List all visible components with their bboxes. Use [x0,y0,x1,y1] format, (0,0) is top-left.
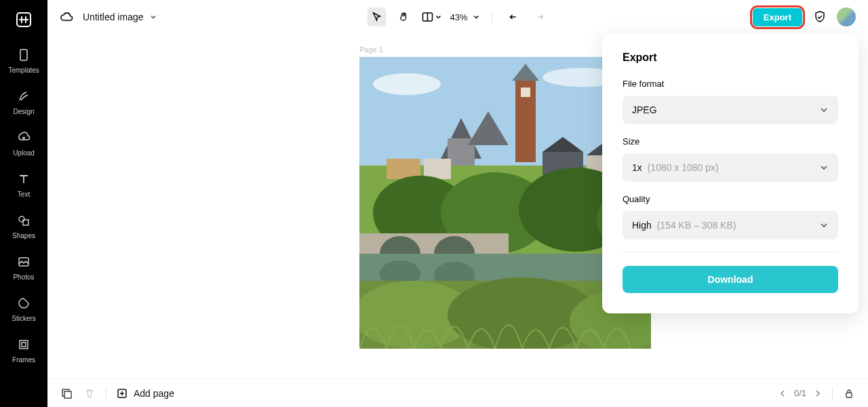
frames-icon [16,337,31,352]
export-highlight: Export [752,7,803,27]
svg-rect-6 [22,343,26,347]
svg-rect-20 [424,159,451,179]
page-pager: 0/1 [778,388,823,398]
add-page-button[interactable]: Add page [116,387,174,400]
chevron-down-icon [473,14,480,20]
separator [492,11,493,23]
svg-rect-1 [20,50,27,60]
zoom-value: 43% [450,12,467,22]
chevron-down-icon [819,163,829,172]
sidebar: Templates Design Upload Text Shapes Phot… [0,0,47,407]
delete-page-button[interactable] [83,387,96,400]
add-page-label: Add page [134,388,174,399]
quality-select[interactable]: High (154 KB – 308 KB) [623,211,838,239]
size-select[interactable]: 1x (1080 x 1080 px) [623,153,838,182]
pager-value: 0/1 [794,388,806,398]
chevron-down-icon [149,13,157,21]
sidebar-item-label: Templates [8,66,39,74]
sidebar-item-shapes[interactable]: Shapes [0,206,47,248]
sidebar-item-stickers[interactable]: Stickers [0,289,47,330]
sidebar-item-label: Shapes [12,232,35,239]
redo-button[interactable] [530,7,549,26]
export-button[interactable]: Export [753,8,802,26]
svg-point-2 [19,216,24,222]
upload-icon [16,130,31,145]
divider [623,252,838,252]
document-title-text: Untitled image [83,12,144,22]
svg-rect-5 [20,341,28,349]
select-tool[interactable] [367,7,386,26]
export-panel-title: Export [623,52,838,64]
size-value: 1x (1080 x 1080 px) [632,162,719,173]
topbar: Untitled image 43% Export [47,0,868,34]
quality-label: Quality [623,194,838,204]
photos-icon [16,254,31,269]
page-label: Page 1 [359,45,383,54]
templates-icon [16,47,31,62]
fileformat-select[interactable]: JPEG [623,96,838,124]
prev-page-button[interactable] [778,389,787,398]
stickers-icon [16,296,31,311]
sidebar-item-templates[interactable]: Templates [0,41,47,82]
shapes-icon [16,213,31,228]
sidebar-item-frames[interactable]: Frames [0,330,47,372]
topbar-right: Export [752,7,856,27]
bottombar: Add page 0/1 [47,379,868,407]
sidebar-item-text[interactable]: Text [0,165,47,206]
separator [832,387,833,400]
separator [106,387,106,400]
sidebar-item-label: Design [13,108,34,115]
svg-rect-38 [64,391,71,398]
canvas-tools: 43% [367,7,548,26]
zoom-level[interactable]: 43% [450,12,479,22]
fileformat-value: JPEG [632,104,657,115]
download-button[interactable]: Download [623,266,838,293]
sidebar-item-design[interactable]: Design [0,82,47,123]
hand-tool[interactable] [394,7,413,26]
chevron-down-icon [819,105,829,115]
sidebar-item-label: Stickers [12,315,36,322]
svg-rect-40 [846,393,852,398]
next-page-button[interactable] [813,389,823,398]
sidebar-item-photos[interactable]: Photos [0,248,47,289]
design-icon [16,89,31,104]
chevron-down-icon [819,220,829,230]
svg-point-11 [373,73,441,95]
shield-icon[interactable] [812,9,827,24]
undo-button[interactable] [505,7,524,26]
cloud-sync-icon[interactable] [60,10,73,24]
sidebar-item-label: Frames [12,356,35,364]
pages-panel-button[interactable] [60,387,73,400]
app-logo[interactable] [12,8,35,31]
sidebar-item-label: Photos [13,273,34,281]
fileformat-label: File format [623,79,838,89]
sidebar-item-label: Upload [13,149,35,157]
document-title[interactable]: Untitled image [83,12,157,22]
size-label: Size [623,136,838,147]
canvas-size-tool[interactable] [421,11,441,23]
export-panel: Export File format JPEG Size 1x (1080 x … [602,34,859,313]
sidebar-item-upload[interactable]: Upload [0,123,47,165]
sidebar-item-label: Text [18,191,30,198]
user-avatar[interactable] [837,7,856,26]
svg-rect-15 [521,88,530,97]
quality-value: High (154 KB – 308 KB) [632,220,736,231]
text-icon [16,172,31,187]
lock-button[interactable] [842,387,856,400]
